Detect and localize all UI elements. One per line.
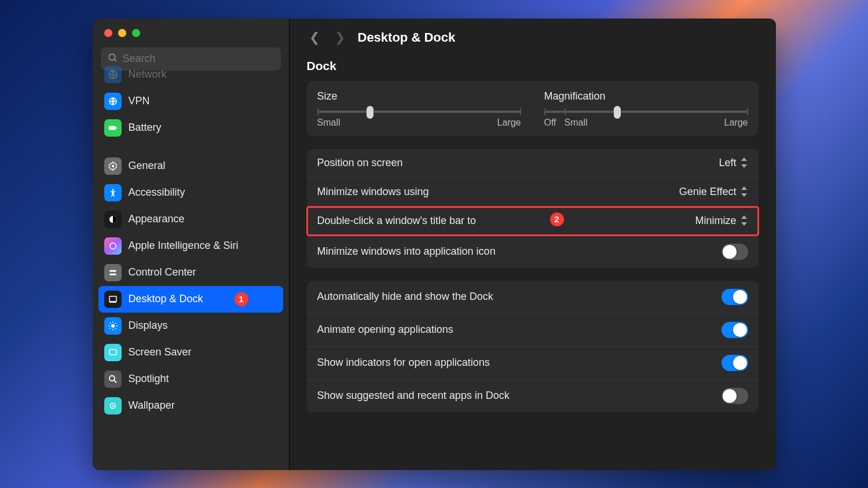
sidebar-item-general[interactable]: General <box>98 153 283 179</box>
row-label: Double-click a window's title bar to <box>317 215 477 227</box>
row-indicators: Show indicators for open applications <box>307 347 759 380</box>
row-label: Minimize windows into application icon <box>317 245 496 258</box>
section-title-dock: Dock <box>307 59 759 73</box>
displays-icon <box>104 317 122 335</box>
sidebar-item-displays[interactable]: Displays <box>98 313 283 339</box>
svg-point-9 <box>109 243 116 249</box>
indicators-toggle[interactable] <box>721 355 748 371</box>
svg-point-6 <box>111 164 114 167</box>
minimize-button[interactable] <box>118 29 126 37</box>
svg-rect-5 <box>116 127 117 129</box>
size-min-label: Small <box>317 118 340 128</box>
forward-button[interactable]: ❯ <box>332 28 347 47</box>
svg-point-27 <box>112 405 113 406</box>
row-suggested: Show suggested and recent apps in Dock <box>307 380 759 412</box>
svg-point-7 <box>112 189 113 190</box>
sidebar-item-accessibility[interactable]: Accessibility <box>98 179 283 206</box>
size-slider[interactable] <box>317 111 521 113</box>
svg-line-20 <box>115 328 116 329</box>
sidebar-item-siri[interactable]: Apple Intelligence & Siri <box>98 233 283 259</box>
panel-sliders: Size Small Large Magnification <box>307 81 759 136</box>
svg-rect-10 <box>109 270 116 271</box>
minimize-into-toggle[interactable] <box>721 244 748 260</box>
svg-rect-11 <box>109 273 116 275</box>
sidebar-list: Network VPN Battery General Accessibilit… <box>93 61 289 470</box>
sidebar-item-label: Network <box>129 68 167 80</box>
sidebar-item-battery[interactable]: Battery <box>98 115 283 141</box>
popup-value-text: Genie Effect <box>679 186 737 198</box>
svg-line-19 <box>109 322 111 324</box>
system-settings-window: Network VPN Battery General Accessibilit… <box>93 19 776 470</box>
size-label: Size <box>317 90 521 102</box>
spotlight-icon <box>104 370 122 388</box>
row-label: Minimize windows using <box>317 186 429 198</box>
svg-point-24 <box>109 376 115 381</box>
sidebar-item-desktop-dock[interactable]: Desktop & Dock 1 <box>98 286 283 313</box>
appearance-icon <box>104 211 122 228</box>
magnification-slider-thumb[interactable] <box>614 106 621 119</box>
updown-icon <box>740 215 748 226</box>
row-double-click: Double-click a window's title bar to 2 M… <box>307 207 759 236</box>
svg-line-25 <box>113 380 116 382</box>
sidebar-item-screen-saver[interactable]: Screen Saver <box>98 339 283 366</box>
accessibility-icon <box>104 184 122 201</box>
updown-icon <box>740 157 748 168</box>
magnification-off-label: Off <box>544 118 556 128</box>
sidebar-item-wallpaper[interactable]: Wallpaper <box>98 392 283 419</box>
wallpaper-icon <box>104 397 122 414</box>
animate-toggle[interactable] <box>721 322 748 338</box>
svg-line-21 <box>109 328 111 329</box>
sidebar-item-network[interactable]: Network <box>98 61 283 88</box>
fullscreen-button[interactable] <box>132 29 140 37</box>
suggested-toggle[interactable] <box>721 388 748 404</box>
magnification-slider-block: Magnification Off Small L <box>544 90 748 128</box>
row-label: Show suggested and recent apps in Dock <box>317 390 510 402</box>
double-click-popup[interactable]: Minimize <box>695 215 748 227</box>
row-label: Animate opening applications <box>317 324 453 336</box>
sidebar-item-appearance[interactable]: Appearance <box>98 206 283 233</box>
autohide-toggle[interactable] <box>721 289 748 305</box>
network-icon <box>104 66 122 83</box>
row-label: Automatically hide and show the Dock <box>317 291 493 303</box>
content-header: ❮ ❯ Desktop & Dock <box>290 19 776 53</box>
svg-line-22 <box>115 322 116 324</box>
position-popup[interactable]: Left <box>719 157 748 169</box>
screen-saver-icon <box>104 344 122 361</box>
popup-value-text: Left <box>719 157 736 169</box>
panel-dock-toggles: Automatically hide and show the Dock Ani… <box>307 281 759 412</box>
svg-point-0 <box>109 54 115 60</box>
magnification-slider[interactable] <box>544 111 748 113</box>
sidebar-item-label: Apple Intelligence & Siri <box>129 240 239 252</box>
sidebar-item-label: VPN <box>129 95 150 107</box>
row-label: Show indicators for open applications <box>317 357 490 369</box>
page-title: Desktop & Dock <box>358 30 456 45</box>
annotation-badge-1: 1 <box>235 292 248 306</box>
svg-rect-23 <box>109 349 116 354</box>
sidebar-item-label: Spotlight <box>129 373 169 385</box>
magnification-min-label: Small <box>565 118 588 128</box>
popup-value-text: Minimize <box>695 215 736 227</box>
minimize-using-popup[interactable]: Genie Effect <box>679 186 748 198</box>
size-slider-thumb[interactable] <box>367 106 373 119</box>
close-button[interactable] <box>104 29 112 37</box>
content-pane: ❮ ❯ Desktop & Dock Dock Size <box>290 19 776 470</box>
control-center-icon <box>104 264 122 281</box>
svg-point-14 <box>111 324 115 328</box>
sidebar-item-label: Screen Saver <box>129 346 192 358</box>
window-controls <box>93 19 289 43</box>
sidebar-item-vpn[interactable]: VPN <box>98 88 283 115</box>
sidebar-item-label: Accessibility <box>129 186 185 199</box>
sidebar-item-control-center[interactable]: Control Center <box>98 259 283 286</box>
siri-icon <box>104 237 122 255</box>
sidebar-item-label: Battery <box>129 122 162 134</box>
svg-rect-12 <box>109 296 116 301</box>
sidebar-item-spotlight[interactable]: Spotlight <box>98 366 283 392</box>
sidebar-item-label: Appearance <box>129 213 185 225</box>
row-minimize-using: Minimize windows using Genie Effect <box>307 178 759 207</box>
sidebar-item-label: Displays <box>129 320 168 332</box>
gear-icon <box>104 157 122 175</box>
row-autohide: Automatically hide and show the Dock <box>307 281 759 314</box>
desktop-dock-icon <box>104 291 122 308</box>
sidebar-item-label: Desktop & Dock <box>129 293 203 305</box>
back-button[interactable]: ❮ <box>307 28 322 47</box>
